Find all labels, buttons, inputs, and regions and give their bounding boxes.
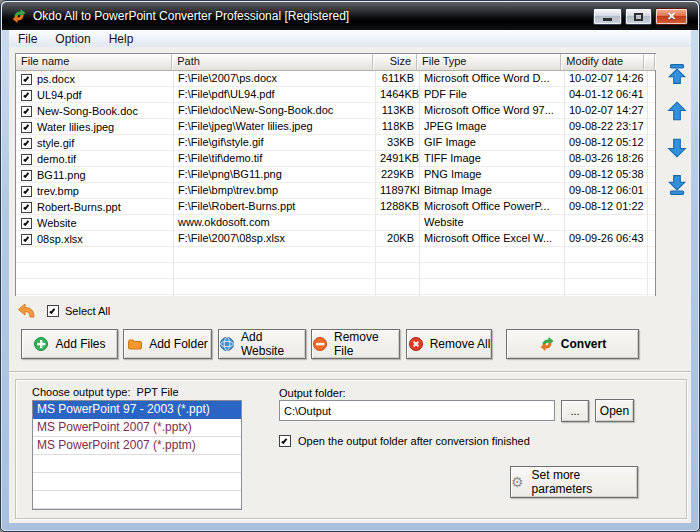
table-row[interactable]: trev.bmp F:\File\bmp\trev.bmp 11897KB Bi… bbox=[16, 183, 655, 199]
remove-all-button[interactable]: Remove All bbox=[406, 329, 492, 359]
row-checkbox[interactable] bbox=[21, 74, 32, 85]
select-all-row: Select All bbox=[17, 302, 110, 320]
table-row[interactable]: BG11.png F:\File\png\BG11.png 229KB PNG … bbox=[16, 167, 655, 183]
column-header-size[interactable]: Size bbox=[373, 54, 417, 70]
file-name-cell: UL94.pdf bbox=[16, 87, 173, 103]
move-down-icon[interactable] bbox=[666, 137, 688, 159]
select-all-label: Select All bbox=[65, 305, 110, 317]
convert-button[interactable]: Convert bbox=[506, 329, 639, 359]
format-option[interactable]: MS PowerPoint 2007 (*.pptm) bbox=[33, 437, 241, 455]
file-type: PNG Image bbox=[419, 167, 564, 183]
maximize-icon bbox=[634, 13, 643, 21]
format-option[interactable]: MS PowerPoint 2007 (*.pptx) bbox=[33, 419, 241, 437]
minimize-button[interactable] bbox=[593, 8, 622, 25]
table-row[interactable]: 08sp.xlsx F:\File\2007\08sp.xlsx 20KB Mi… bbox=[16, 231, 655, 247]
row-checkbox[interactable] bbox=[21, 122, 32, 133]
format-option[interactable]: MS PowerPoint 97 - 2003 (*.ppt) bbox=[33, 401, 241, 419]
output-group: Choose output type: PPT File MS PowerPoi… bbox=[15, 379, 687, 519]
file-type: Website bbox=[419, 215, 564, 231]
table-row[interactable]: style.gif F:\File\gif\style.gif 33KB GIF… bbox=[16, 135, 655, 151]
output-folder-input[interactable] bbox=[279, 400, 555, 421]
table-row[interactable]: ps.docx F:\File\2007\ps.docx 611KB Micro… bbox=[16, 71, 655, 87]
column-header-file-name[interactable]: File name bbox=[16, 54, 172, 70]
gear-icon: ⚙ bbox=[511, 475, 524, 489]
row-checkbox[interactable] bbox=[21, 154, 32, 165]
file-type: GIF Image bbox=[419, 135, 564, 151]
file-path: F:\File\tif\demo.tif bbox=[173, 151, 375, 167]
file-name: Water lilies.jpeg bbox=[37, 121, 114, 133]
table-row[interactable]: New-Song-Book.doc F:\File\doc\New-Song-B… bbox=[16, 103, 655, 119]
table-row[interactable]: Water lilies.jpeg F:\File\jpeg\Water lil… bbox=[16, 119, 655, 135]
menu-option[interactable]: Option bbox=[46, 31, 99, 47]
file-list-body: ps.docx F:\File\2007\ps.docx 611KB Micro… bbox=[16, 71, 655, 296]
file-type: JPEG Image bbox=[419, 119, 564, 135]
check-icon bbox=[23, 155, 29, 162]
check-icon bbox=[49, 307, 55, 314]
file-name-cell: Website bbox=[16, 215, 173, 231]
app-window: Okdo All to PowerPoint Converter Profess… bbox=[0, 0, 700, 532]
move-up-icon[interactable] bbox=[666, 100, 688, 122]
file-size: 33KB bbox=[375, 135, 419, 151]
file-path: F:\File\2007\08sp.xlsx bbox=[173, 231, 375, 247]
row-checkbox[interactable] bbox=[21, 234, 32, 245]
row-checkbox[interactable] bbox=[21, 170, 32, 181]
file-path: F:\File\doc\New-Song-Book.doc bbox=[173, 103, 375, 119]
file-name: 08sp.xlsx bbox=[37, 233, 83, 245]
table-row[interactable]: Robert-Burns.ppt F:\File\Robert-Burns.pp… bbox=[16, 199, 655, 215]
row-checkbox[interactable] bbox=[21, 186, 32, 197]
column-header-file-type[interactable]: File Type bbox=[417, 54, 561, 70]
format-listbox: MS PowerPoint 97 - 2003 (*.ppt) MS Power… bbox=[32, 400, 242, 510]
table-row[interactable]: UL94.pdf F:\File\pdf\UL94.pdf 1464KB PDF… bbox=[16, 87, 655, 103]
row-checkbox[interactable] bbox=[21, 90, 32, 101]
file-name-cell: demo.tif bbox=[16, 151, 173, 167]
open-after-label: Open the output folder after conversion … bbox=[298, 435, 530, 447]
file-list-header: File name Path Size File Type Modify dat… bbox=[16, 54, 655, 71]
menu-file[interactable]: File bbox=[9, 31, 46, 47]
file-list: File name Path Size File Type Modify dat… bbox=[15, 53, 656, 296]
close-button[interactable]: ✕ bbox=[655, 8, 688, 25]
file-type: Microsoft Office Word 97... bbox=[419, 103, 564, 119]
select-all-checkbox[interactable] bbox=[47, 305, 59, 317]
remove-all-icon bbox=[408, 336, 424, 352]
row-checkbox[interactable] bbox=[21, 218, 32, 229]
file-date: 04-01-12 06:41 bbox=[564, 87, 647, 103]
file-name-cell: Water lilies.jpeg bbox=[16, 119, 173, 135]
row-checkbox[interactable] bbox=[21, 138, 32, 149]
check-icon bbox=[281, 437, 287, 444]
add-folder-label: Add Folder bbox=[149, 337, 208, 351]
add-folder-button[interactable]: Add Folder bbox=[123, 329, 212, 359]
maximize-button[interactable] bbox=[625, 8, 652, 25]
file-date: 09-09-26 06:43 bbox=[564, 231, 647, 247]
move-to-top-icon[interactable] bbox=[666, 63, 688, 85]
row-checkbox[interactable] bbox=[21, 106, 32, 117]
choose-output-type-text: Choose output type: bbox=[32, 386, 130, 398]
move-to-bottom-icon[interactable] bbox=[666, 174, 688, 196]
add-files-button[interactable]: Add Files bbox=[21, 329, 118, 359]
column-header-modify-date[interactable]: Modify date bbox=[561, 54, 644, 70]
file-name-cell: BG11.png bbox=[16, 167, 173, 183]
output-folder-label: Output folder: bbox=[279, 387, 346, 399]
open-folder-button[interactable]: Open bbox=[595, 399, 634, 422]
app-logo-icon bbox=[11, 8, 27, 24]
set-parameters-button[interactable]: ⚙ Set more parameters bbox=[510, 466, 638, 498]
file-name: demo.tif bbox=[37, 153, 76, 165]
menu-help[interactable]: Help bbox=[100, 31, 143, 47]
column-header-path[interactable]: Path bbox=[172, 54, 373, 70]
table-row[interactable]: Website www.okdosoft.com Website bbox=[16, 215, 655, 231]
add-website-button[interactable]: Add Website bbox=[218, 329, 306, 359]
table-row[interactable]: demo.tif F:\File\tif\demo.tif 2491KB TIF… bbox=[16, 151, 655, 167]
remove-file-button[interactable]: Remove File bbox=[311, 329, 400, 359]
open-after-checkbox[interactable] bbox=[279, 435, 291, 447]
row-checkbox[interactable] bbox=[21, 202, 32, 213]
folder-icon bbox=[127, 336, 143, 352]
file-size: 2491KB bbox=[375, 151, 419, 167]
move-up-level-icon[interactable] bbox=[17, 303, 37, 319]
file-path: F:\File\bmp\trev.bmp bbox=[173, 183, 375, 199]
check-icon bbox=[23, 107, 29, 114]
column-header-filler bbox=[644, 54, 655, 70]
file-name: Robert-Burns.ppt bbox=[37, 201, 121, 213]
browse-folder-button[interactable]: ... bbox=[561, 400, 589, 422]
close-icon: ✕ bbox=[667, 10, 676, 23]
file-name: style.gif bbox=[37, 137, 74, 149]
file-date: 10-02-07 14:26 bbox=[564, 71, 647, 87]
